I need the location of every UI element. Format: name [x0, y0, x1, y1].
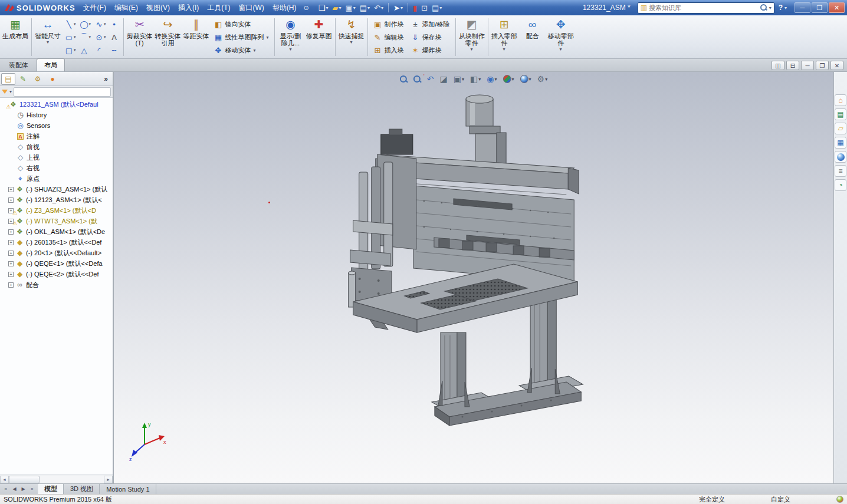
display-delete-relations-button[interactable]: ◉显示/删除几...▾	[277, 17, 305, 58]
arc-button[interactable]: ⌒▾	[78, 31, 93, 44]
point-button[interactable]: •	[109, 18, 120, 31]
convert-entities-button[interactable]: ↪转换实体引用	[154, 17, 182, 58]
search-icon[interactable]	[760, 4, 767, 11]
circle-button[interactable]: ◯▾	[78, 18, 93, 31]
offset-entities-button[interactable]: ∥等距实体	[182, 17, 211, 58]
rebuild-button[interactable]: ▮	[411, 3, 419, 13]
smart-dimension-button[interactable]: ↔智能尺寸▾	[34, 17, 62, 58]
zoom-to-area-button[interactable]: ▫	[412, 75, 422, 84]
doc-minimize-button[interactable]: ─	[801, 61, 814, 70]
add-remove-button[interactable]: ±添加/移除	[409, 18, 452, 30]
save-button[interactable]: ▣▾	[343, 3, 357, 13]
menu-help[interactable]: 帮助(H)	[268, 1, 301, 15]
tree-item-wtwt3-asm[interactable]: +❖⚠(-) WTWT3_ASM<1> (默	[0, 216, 113, 226]
knowledge-search-input[interactable]	[649, 4, 759, 11]
tree-item-260135[interactable]: +◆(-) 260135<1> (默认<<Def	[0, 237, 113, 248]
tree-item-top-plane[interactable]: ◇上视	[0, 152, 113, 163]
file-properties-button[interactable]: ⊡	[419, 3, 429, 13]
insert-components-button[interactable]: ⊞插入零部件▾	[490, 17, 518, 58]
tree-item-history[interactable]: ◷History	[0, 110, 113, 120]
graphics-viewport[interactable]: ▫↶◪▣▾◧▾◉▾▾▾⚙▾	[114, 72, 833, 483]
minimize-button[interactable]: ─	[795, 2, 810, 13]
options-button[interactable]: ▤▾	[430, 3, 444, 13]
ellipse-button[interactable]: ⊙▾	[93, 31, 107, 44]
tree-item-12123-asm[interactable]: +❖(-) 12123_ASM<1> (默认<	[0, 195, 113, 205]
tab-scroll-button-0[interactable]: «	[2, 486, 9, 492]
expand-icon[interactable]: +	[8, 187, 14, 192]
panel-expand-icon[interactable]: »	[100, 75, 111, 83]
close-button[interactable]: ✕	[829, 2, 845, 13]
select-button[interactable]: ➤▾	[392, 3, 405, 13]
repair-sketch-button[interactable]: ✚修复草图	[305, 17, 333, 58]
help-button[interactable]: ? ▾	[774, 4, 791, 12]
scrollbar-thumb[interactable]	[9, 476, 40, 483]
quick-snaps-button[interactable]: ↯快速捕捉▾	[337, 17, 366, 58]
edit-appearance-button[interactable]: ▾	[502, 74, 516, 84]
doc-close-button[interactable]: ✕	[830, 61, 843, 70]
display-style-button[interactable]: ◧▾	[469, 74, 482, 84]
menu-pin-icon[interactable]: ⊙	[301, 4, 312, 12]
tree-horizontal-scrollbar[interactable]: ◄ ►	[0, 475, 113, 483]
expand-icon[interactable]: +	[8, 229, 14, 235]
make-block-button[interactable]: ▣制作块	[372, 18, 406, 30]
scroll-left-icon[interactable]: ◄	[0, 476, 9, 483]
configurationmanager-tab[interactable]: ⚙	[31, 73, 45, 85]
filter-input[interactable]	[14, 87, 111, 97]
tree-item-annotations[interactable]: A注解	[0, 131, 113, 141]
new-button[interactable]: ❏▾	[317, 3, 330, 13]
slot-button[interactable]: ▢▾	[63, 44, 77, 57]
tree-item-z3-asm[interactable]: +❖⚠(-) Z3_ASM<1> (默认<D	[0, 205, 113, 216]
file-explorer-button[interactable]: ▱	[835, 123, 846, 134]
tree-item-qeqe-1[interactable]: +◆(-) QEQE<1> (默认<<Defa	[0, 258, 113, 269]
tree-item-origin[interactable]: ⌖原点	[0, 173, 113, 184]
view-orientation-button[interactable]: ▣▾	[452, 74, 465, 84]
tree-item-right-plane[interactable]: ◇右视	[0, 163, 113, 173]
forum-button[interactable]: ◔	[835, 179, 846, 191]
tree-item-root-assembly[interactable]: ❖⚠123321_ASM (默认<Defaul	[0, 99, 113, 110]
model-3d[interactable]	[114, 72, 833, 483]
mate-button[interactable]: ∞配合	[518, 17, 547, 58]
expand-icon[interactable]: +	[8, 251, 14, 256]
menu-file[interactable]: 文件(F)	[79, 1, 110, 15]
knowledge-search-box[interactable]: ▥ ▾	[638, 2, 774, 14]
menu-edit[interactable]: 编辑(E)	[110, 1, 142, 15]
hide-show-items-button[interactable]: ◉▾	[485, 74, 498, 84]
spline-button[interactable]: ∿▾	[93, 18, 107, 31]
tab-motion-study-1[interactable]: Motion Study 1	[100, 484, 156, 494]
polygon-button[interactable]: △	[78, 44, 93, 57]
open-button[interactable]: ▰▾	[330, 3, 343, 13]
tree-item-sensors[interactable]: ◎Sensors	[0, 120, 113, 131]
scrollbar-track[interactable]	[9, 476, 104, 483]
rectangle-button[interactable]: ▭▾	[63, 31, 77, 44]
tree-item-shuazi3-asm[interactable]: +❖(-) SHUAZI3_ASM<1> (默认	[0, 184, 113, 195]
design-library-button[interactable]: ▤	[835, 108, 846, 120]
edit-block-button[interactable]: ✎编辑块	[372, 31, 406, 43]
tab-assembly[interactable]: 装配体	[1, 58, 36, 71]
tree-item-20[interactable]: +◆(-) 20<1> (默认<<Default>	[0, 248, 113, 258]
custom-status[interactable]: 自定义	[771, 495, 790, 504]
propertymanager-tab[interactable]: ✎	[16, 73, 30, 85]
menu-insert[interactable]: 插入(I)	[174, 1, 203, 15]
displaymanager-tab[interactable]: ●	[45, 73, 60, 85]
tab-3d-views[interactable]: 3D 视图	[64, 484, 100, 494]
expand-icon[interactable]: +	[8, 197, 14, 203]
sketch-fillet-button[interactable]: ◜	[93, 44, 107, 57]
view-settings-button[interactable]: ⚙▾	[536, 74, 549, 84]
text-button[interactable]: A	[109, 31, 120, 44]
apply-scene-button[interactable]: ▾	[519, 74, 533, 84]
mirror-entities-button[interactable]: ◧镜向实体	[212, 18, 271, 30]
centerline-button[interactable]: ╌	[109, 44, 120, 57]
scroll-right-icon[interactable]: ►	[104, 476, 113, 483]
tab-layout[interactable]: 布局	[37, 58, 65, 71]
save-block-button[interactable]: ⇓保存块	[409, 31, 452, 43]
featuremanager-tab[interactable]: ▤	[1, 73, 15, 85]
undo-button[interactable]: ↶▾	[372, 3, 385, 13]
search-dropdown-icon[interactable]: ▾	[769, 5, 772, 11]
tree-item-mates[interactable]: +∞配合	[0, 279, 113, 290]
move-component-button[interactable]: ✥移动零部件▾	[547, 17, 575, 58]
trim-entities-button[interactable]: ✂剪裁实体(T)	[126, 17, 154, 58]
expand-icon[interactable]: +	[8, 282, 14, 288]
expand-icon[interactable]: +	[8, 272, 14, 277]
tab-scroll-button-3[interactable]: »	[28, 486, 36, 492]
tree-item-qeqe-2[interactable]: +◆(-) QEQE<2> (默认<<Def	[0, 269, 113, 279]
